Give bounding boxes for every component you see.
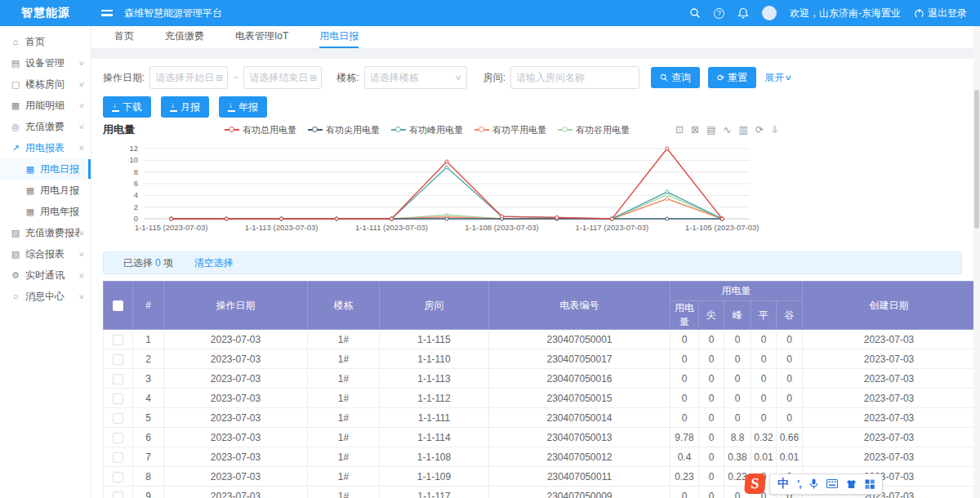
- start-date-field[interactable]: [155, 72, 214, 83]
- line-chart-icon[interactable]: ∿: [723, 124, 731, 136]
- sidebar-item-label: 用电年报: [40, 205, 84, 219]
- yearly-report-button[interactable]: 年报: [219, 96, 267, 118]
- chevron-icon: ∨: [78, 251, 85, 258]
- data-view-icon[interactable]: ▤: [706, 124, 715, 136]
- cell: 1: [133, 330, 164, 349]
- sidebar-item-10[interactable]: ▧ 综合报表∨: [0, 243, 91, 265]
- cell: 230407050014: [489, 408, 670, 428]
- end-date-input[interactable]: ⊞: [243, 66, 322, 89]
- col-valley: 谷: [777, 301, 803, 330]
- sidebar-item-label: 楼栋房间: [25, 78, 79, 91]
- yearly-label: 年报: [238, 100, 258, 114]
- virtual-keyboard-icon[interactable]: [826, 479, 838, 488]
- restore-icon[interactable]: ⟳: [755, 124, 764, 136]
- filter-bar: 操作日期: ⊞ ~ ⊞ 楼栋: 请选择楼栋 ∨ 房间: 查询: [103, 65, 962, 90]
- cell: 8.8: [724, 428, 751, 447]
- cell: 0: [751, 349, 777, 369]
- toolbox-icon[interactable]: [865, 479, 875, 489]
- clear-selection-link[interactable]: 清空选择: [194, 256, 234, 270]
- tab-2[interactable]: 电表管理IoT: [235, 26, 288, 48]
- bell-icon[interactable]: [737, 7, 749, 19]
- zoom-select-icon[interactable]: ⊡: [675, 124, 684, 136]
- scrollbar-thumb[interactable]: [974, 90, 979, 229]
- legend-marker-icon: [391, 129, 406, 131]
- expand-link[interactable]: 展开 ∨: [764, 71, 791, 85]
- sogou-logo-icon[interactable]: S: [744, 474, 766, 494]
- legend-item-2[interactable]: 有功峰用电量: [391, 124, 463, 136]
- search-button[interactable]: 查询: [651, 67, 700, 88]
- row-checkbox[interactable]: [113, 335, 123, 345]
- cell: 1-1-110: [380, 349, 489, 369]
- table-row: 22023-07-031#1-1-11023040705001700000202…: [104, 349, 974, 369]
- col-usage-group: 用电量: [670, 282, 803, 301]
- cell: 1#: [308, 369, 380, 389]
- cell: 2023-07-03: [164, 408, 308, 428]
- bar-chart-icon[interactable]: ▥: [739, 124, 748, 136]
- sidebar-item-12[interactable]: ○ 消息中心∨: [0, 286, 91, 307]
- legend-label: 有功总用电量: [243, 124, 296, 136]
- ime-chinese-mode-icon[interactable]: 中: [777, 477, 789, 491]
- row-checkbox[interactable]: [113, 354, 123, 365]
- row-checkbox[interactable]: [113, 452, 123, 463]
- zoom-reset-icon[interactable]: ⊠: [691, 124, 699, 136]
- legend-item-0[interactable]: 有功总用电量: [225, 124, 296, 136]
- sidebar-item-8[interactable]: ▦ 用电年报: [0, 201, 91, 222]
- row-checkbox[interactable]: [113, 413, 123, 424]
- cell: 2023-07-03: [164, 369, 308, 389]
- yearly-report-icon: ▦: [24, 207, 36, 217]
- legend-item-4[interactable]: 有功谷用电量: [558, 124, 630, 136]
- avatar[interactable]: [762, 6, 777, 20]
- room-field[interactable]: [516, 72, 634, 83]
- sidebar-item-5[interactable]: ↗ 用电报表∧: [0, 137, 91, 158]
- legend-item-3[interactable]: 有功平用电量: [474, 124, 546, 136]
- row-select-cell: [104, 428, 133, 447]
- tab-3[interactable]: 用电日报: [319, 26, 359, 48]
- cell: 230407050009: [489, 487, 670, 498]
- select-all-checkbox[interactable]: [113, 300, 123, 311]
- topbar-right: ? 欢迎，山东济南-东海置业 退出登录: [689, 6, 980, 20]
- building-filter-label: 楼栋:: [336, 71, 359, 85]
- svg-text:1-1-105 (2023-07-03): 1-1-105 (2023-07-03): [685, 223, 759, 232]
- save-image-icon[interactable]: ⇩: [771, 124, 779, 136]
- cell: 0: [777, 408, 803, 428]
- legend-label: 有功谷用电量: [576, 124, 630, 136]
- sidebar-item-2[interactable]: ▢ 楼栋房间∨: [0, 73, 91, 95]
- recharge-icon: ◎: [10, 122, 21, 132]
- logout-button[interactable]: 退出登录: [914, 7, 967, 20]
- row-checkbox[interactable]: [113, 433, 123, 443]
- page-scrollbar[interactable]: [973, 26, 980, 498]
- sidebar-item-6[interactable]: ▦ 用电日报: [0, 158, 91, 180]
- ime-punctuation-icon[interactable]: ’,: [797, 478, 801, 490]
- search-icon[interactable]: [689, 7, 701, 19]
- reset-button[interactable]: ⟳ 重置: [708, 67, 756, 88]
- sidebar-item-1[interactable]: ▤ 设备管理∨: [0, 52, 91, 73]
- legend-item-1[interactable]: 有功尖用电量: [308, 124, 380, 136]
- row-checkbox[interactable]: [113, 472, 123, 482]
- topbar: 智慧能源 森维智慧能源管理平台 ? 欢迎，山东济南-东海置业 退出登录: [0, 0, 980, 26]
- room-input[interactable]: [510, 66, 639, 89]
- sidebar-collapse-icon[interactable]: [101, 10, 113, 16]
- building-select[interactable]: 请选择楼栋 ∨: [364, 66, 467, 89]
- sidebar-item-0[interactable]: ⌂ 首页: [0, 31, 91, 52]
- row-checkbox[interactable]: [113, 491, 123, 498]
- skin-icon[interactable]: [846, 479, 857, 489]
- tab-0[interactable]: 首页: [114, 26, 134, 48]
- microphone-icon[interactable]: [809, 478, 818, 489]
- sidebar-item-11[interactable]: ⚙ 实时通讯∨: [0, 265, 91, 286]
- help-icon[interactable]: ?: [714, 8, 724, 19]
- sidebar-item-3[interactable]: ▦ 用能明细∨: [0, 95, 91, 116]
- start-date-input[interactable]: ⊞: [149, 66, 228, 89]
- sidebar-item-9[interactable]: ▨ 充值缴费报表∨: [0, 222, 91, 243]
- tab-1[interactable]: 充值缴费: [165, 26, 204, 48]
- usage-line-chart[interactable]: 0246810121-1-115 (2023-07-03)1-1-113 (20…: [114, 140, 760, 240]
- download-button[interactable]: 下载: [103, 96, 151, 118]
- cell: 1-1-108: [380, 447, 489, 467]
- row-checkbox[interactable]: [113, 374, 123, 385]
- action-bar: 下载 月报 年报: [103, 96, 962, 118]
- sidebar-item-4[interactable]: ◎ 充值缴费∨: [0, 116, 91, 137]
- monthly-report-button[interactable]: 月报: [161, 96, 209, 118]
- row-checkbox[interactable]: [113, 394, 123, 404]
- cell: 0: [777, 369, 803, 389]
- sidebar-item-7[interactable]: ▦ 用电月报: [0, 180, 91, 201]
- end-date-field[interactable]: [249, 72, 308, 83]
